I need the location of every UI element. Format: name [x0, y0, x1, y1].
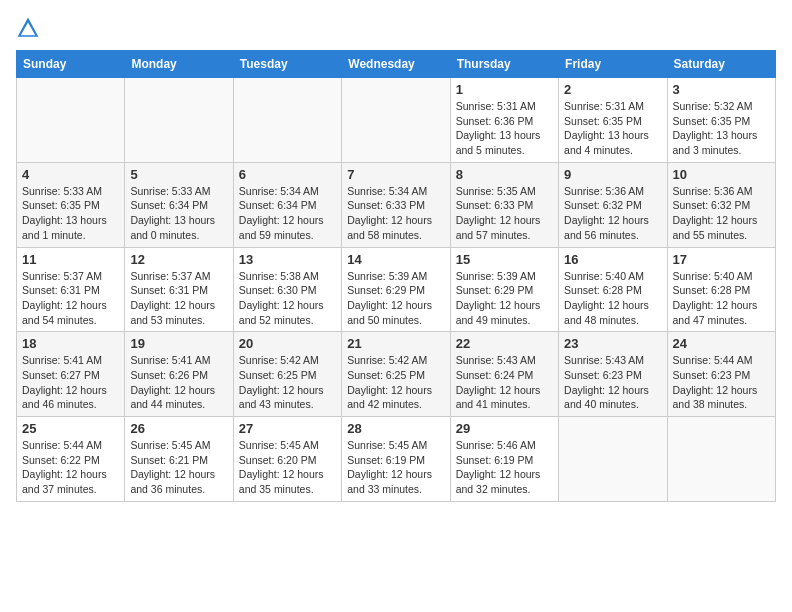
calendar-cell: 20Sunrise: 5:42 AM Sunset: 6:25 PM Dayli…: [233, 332, 341, 417]
day-info: Sunrise: 5:34 AM Sunset: 6:34 PM Dayligh…: [239, 184, 336, 243]
calendar-cell: 1Sunrise: 5:31 AM Sunset: 6:36 PM Daylig…: [450, 78, 558, 163]
column-header-wednesday: Wednesday: [342, 51, 450, 78]
calendar-cell: 18Sunrise: 5:41 AM Sunset: 6:27 PM Dayli…: [17, 332, 125, 417]
column-header-saturday: Saturday: [667, 51, 775, 78]
day-number: 5: [130, 167, 227, 182]
calendar-cell: 6Sunrise: 5:34 AM Sunset: 6:34 PM Daylig…: [233, 162, 341, 247]
calendar-cell: [233, 78, 341, 163]
day-info: Sunrise: 5:36 AM Sunset: 6:32 PM Dayligh…: [673, 184, 770, 243]
day-number: 22: [456, 336, 553, 351]
day-number: 14: [347, 252, 444, 267]
calendar-table: SundayMondayTuesdayWednesdayThursdayFrid…: [16, 50, 776, 502]
day-number: 23: [564, 336, 661, 351]
day-info: Sunrise: 5:35 AM Sunset: 6:33 PM Dayligh…: [456, 184, 553, 243]
calendar-cell: 27Sunrise: 5:45 AM Sunset: 6:20 PM Dayli…: [233, 417, 341, 502]
day-number: 6: [239, 167, 336, 182]
column-header-friday: Friday: [559, 51, 667, 78]
day-info: Sunrise: 5:45 AM Sunset: 6:21 PM Dayligh…: [130, 438, 227, 497]
day-number: 24: [673, 336, 770, 351]
day-number: 12: [130, 252, 227, 267]
day-info: Sunrise: 5:43 AM Sunset: 6:24 PM Dayligh…: [456, 353, 553, 412]
calendar-cell: 2Sunrise: 5:31 AM Sunset: 6:35 PM Daylig…: [559, 78, 667, 163]
calendar-cell: 3Sunrise: 5:32 AM Sunset: 6:35 PM Daylig…: [667, 78, 775, 163]
column-header-thursday: Thursday: [450, 51, 558, 78]
day-info: Sunrise: 5:41 AM Sunset: 6:27 PM Dayligh…: [22, 353, 119, 412]
logo: [16, 16, 44, 40]
column-header-sunday: Sunday: [17, 51, 125, 78]
calendar-cell: [125, 78, 233, 163]
day-info: Sunrise: 5:41 AM Sunset: 6:26 PM Dayligh…: [130, 353, 227, 412]
day-info: Sunrise: 5:37 AM Sunset: 6:31 PM Dayligh…: [22, 269, 119, 328]
column-header-tuesday: Tuesday: [233, 51, 341, 78]
day-info: Sunrise: 5:33 AM Sunset: 6:34 PM Dayligh…: [130, 184, 227, 243]
calendar-cell: 22Sunrise: 5:43 AM Sunset: 6:24 PM Dayli…: [450, 332, 558, 417]
day-number: 8: [456, 167, 553, 182]
calendar-cell: 10Sunrise: 5:36 AM Sunset: 6:32 PM Dayli…: [667, 162, 775, 247]
calendar-cell: 9Sunrise: 5:36 AM Sunset: 6:32 PM Daylig…: [559, 162, 667, 247]
page-header: [16, 16, 776, 40]
day-number: 4: [22, 167, 119, 182]
day-number: 13: [239, 252, 336, 267]
calendar-cell: [667, 417, 775, 502]
day-info: Sunrise: 5:42 AM Sunset: 6:25 PM Dayligh…: [239, 353, 336, 412]
day-info: Sunrise: 5:46 AM Sunset: 6:19 PM Dayligh…: [456, 438, 553, 497]
day-number: 18: [22, 336, 119, 351]
calendar-cell: 11Sunrise: 5:37 AM Sunset: 6:31 PM Dayli…: [17, 247, 125, 332]
day-info: Sunrise: 5:40 AM Sunset: 6:28 PM Dayligh…: [673, 269, 770, 328]
day-info: Sunrise: 5:33 AM Sunset: 6:35 PM Dayligh…: [22, 184, 119, 243]
calendar-cell: 5Sunrise: 5:33 AM Sunset: 6:34 PM Daylig…: [125, 162, 233, 247]
day-info: Sunrise: 5:31 AM Sunset: 6:35 PM Dayligh…: [564, 99, 661, 158]
day-info: Sunrise: 5:36 AM Sunset: 6:32 PM Dayligh…: [564, 184, 661, 243]
calendar-cell: 8Sunrise: 5:35 AM Sunset: 6:33 PM Daylig…: [450, 162, 558, 247]
day-info: Sunrise: 5:42 AM Sunset: 6:25 PM Dayligh…: [347, 353, 444, 412]
day-info: Sunrise: 5:32 AM Sunset: 6:35 PM Dayligh…: [673, 99, 770, 158]
calendar-cell: 15Sunrise: 5:39 AM Sunset: 6:29 PM Dayli…: [450, 247, 558, 332]
day-number: 2: [564, 82, 661, 97]
column-header-monday: Monday: [125, 51, 233, 78]
day-info: Sunrise: 5:39 AM Sunset: 6:29 PM Dayligh…: [347, 269, 444, 328]
calendar-cell: 21Sunrise: 5:42 AM Sunset: 6:25 PM Dayli…: [342, 332, 450, 417]
day-info: Sunrise: 5:38 AM Sunset: 6:30 PM Dayligh…: [239, 269, 336, 328]
calendar-week-row: 1Sunrise: 5:31 AM Sunset: 6:36 PM Daylig…: [17, 78, 776, 163]
calendar-cell: 23Sunrise: 5:43 AM Sunset: 6:23 PM Dayli…: [559, 332, 667, 417]
day-number: 7: [347, 167, 444, 182]
calendar-cell: 17Sunrise: 5:40 AM Sunset: 6:28 PM Dayli…: [667, 247, 775, 332]
calendar-cell: 13Sunrise: 5:38 AM Sunset: 6:30 PM Dayli…: [233, 247, 341, 332]
day-number: 29: [456, 421, 553, 436]
calendar-cell: 25Sunrise: 5:44 AM Sunset: 6:22 PM Dayli…: [17, 417, 125, 502]
calendar-week-row: 25Sunrise: 5:44 AM Sunset: 6:22 PM Dayli…: [17, 417, 776, 502]
day-number: 17: [673, 252, 770, 267]
calendar-cell: 7Sunrise: 5:34 AM Sunset: 6:33 PM Daylig…: [342, 162, 450, 247]
day-number: 27: [239, 421, 336, 436]
day-number: 15: [456, 252, 553, 267]
day-number: 10: [673, 167, 770, 182]
day-info: Sunrise: 5:39 AM Sunset: 6:29 PM Dayligh…: [456, 269, 553, 328]
day-number: 16: [564, 252, 661, 267]
day-number: 21: [347, 336, 444, 351]
calendar-week-row: 18Sunrise: 5:41 AM Sunset: 6:27 PM Dayli…: [17, 332, 776, 417]
day-number: 25: [22, 421, 119, 436]
calendar-cell: [559, 417, 667, 502]
day-number: 19: [130, 336, 227, 351]
calendar-cell: 16Sunrise: 5:40 AM Sunset: 6:28 PM Dayli…: [559, 247, 667, 332]
calendar-cell: 19Sunrise: 5:41 AM Sunset: 6:26 PM Dayli…: [125, 332, 233, 417]
day-info: Sunrise: 5:44 AM Sunset: 6:22 PM Dayligh…: [22, 438, 119, 497]
generalblue-logo-icon: [16, 16, 40, 40]
day-number: 20: [239, 336, 336, 351]
calendar-cell: [17, 78, 125, 163]
calendar-cell: 12Sunrise: 5:37 AM Sunset: 6:31 PM Dayli…: [125, 247, 233, 332]
calendar-week-row: 11Sunrise: 5:37 AM Sunset: 6:31 PM Dayli…: [17, 247, 776, 332]
day-number: 9: [564, 167, 661, 182]
day-number: 3: [673, 82, 770, 97]
day-number: 11: [22, 252, 119, 267]
day-number: 26: [130, 421, 227, 436]
day-info: Sunrise: 5:43 AM Sunset: 6:23 PM Dayligh…: [564, 353, 661, 412]
day-info: Sunrise: 5:45 AM Sunset: 6:19 PM Dayligh…: [347, 438, 444, 497]
calendar-cell: 14Sunrise: 5:39 AM Sunset: 6:29 PM Dayli…: [342, 247, 450, 332]
calendar-cell: 28Sunrise: 5:45 AM Sunset: 6:19 PM Dayli…: [342, 417, 450, 502]
calendar-cell: 29Sunrise: 5:46 AM Sunset: 6:19 PM Dayli…: [450, 417, 558, 502]
calendar-header-row: SundayMondayTuesdayWednesdayThursdayFrid…: [17, 51, 776, 78]
day-info: Sunrise: 5:37 AM Sunset: 6:31 PM Dayligh…: [130, 269, 227, 328]
calendar-cell: [342, 78, 450, 163]
day-info: Sunrise: 5:45 AM Sunset: 6:20 PM Dayligh…: [239, 438, 336, 497]
